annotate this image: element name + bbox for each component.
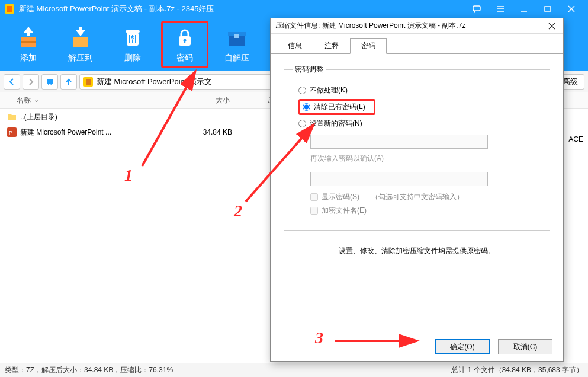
password-fieldset: 密码调整 不做处理(K) 清除已有密码(L) 设置新的密码(N) 再次输入密码以…: [284, 65, 550, 231]
confirm-hint: 再次输入密码以确认(A): [310, 154, 541, 164]
status-left: 类型：7Z，解压后大小：34.84 KB，压缩比：76.31%: [5, 365, 451, 375]
status-bar: 类型：7Z，解压后大小：34.84 KB，压缩比：76.31% 总计 1 个文件…: [0, 363, 588, 377]
password-button[interactable]: 密码: [161, 21, 208, 68]
minimize-button[interactable]: [512, 0, 536, 18]
titlebar: 新建 Microsoft PowerPoint 演示文稿 - 副本.7z - 2…: [0, 0, 588, 18]
svg-rect-21: [234, 34, 239, 38]
radio-noop-input[interactable]: [298, 87, 306, 94]
archive-icon: [83, 77, 93, 87]
lock-icon: [173, 25, 197, 49]
radio-set-input[interactable]: [298, 120, 306, 127]
svg-rect-22: [47, 79, 53, 84]
window-title: 新建 Microsoft PowerPoint 演示文稿 - 副本.7z - 2…: [19, 4, 465, 14]
radio-noop[interactable]: 不做处理(K): [298, 85, 541, 95]
pptx-icon: P: [7, 127, 17, 137]
col-size[interactable]: 大小: [182, 95, 242, 106]
radio-clear-label: 清除已有密码(L): [314, 102, 365, 112]
dialog-close-button[interactable]: [545, 20, 558, 33]
radio-clear-input[interactable]: [303, 103, 310, 111]
fieldset-legend: 密码调整: [293, 65, 326, 75]
svg-rect-7: [545, 7, 551, 11]
box-icon: [225, 25, 249, 49]
show-password-check[interactable]: 显示密码(S) （勾选可支持中文密码输入）: [310, 192, 541, 202]
svg-text:P: P: [9, 130, 12, 136]
svg-rect-24: [86, 79, 91, 85]
show-password-input[interactable]: [310, 193, 318, 201]
cancel-button[interactable]: 取消(C): [498, 339, 552, 354]
annotation-2: 2: [234, 202, 242, 221]
password-notice: 设置、修改、清除加密压缩文件均需提供原密码。: [284, 246, 550, 256]
svg-rect-18: [184, 40, 185, 43]
address-text: 新建 Microsoft PowerPoint 演示文: [97, 76, 212, 87]
dialog-body: 密码调整 不做处理(K) 清除已有密码(L) 设置新的密码(N) 再次输入密码以…: [271, 54, 563, 333]
col-name[interactable]: 名称: [17, 95, 182, 106]
tab-info[interactable]: 信息: [277, 38, 313, 54]
radio-clear-highlight: 清除已有密码(L): [298, 99, 375, 115]
menu-icon[interactable]: [489, 0, 512, 18]
folder-icon: [7, 112, 17, 122]
forward-button[interactable]: [23, 74, 39, 90]
encrypt-names-input[interactable]: [310, 207, 318, 215]
password-input[interactable]: [310, 135, 488, 149]
svg-rect-2: [473, 6, 480, 11]
selfextract-button[interactable]: 自解压: [213, 21, 261, 68]
dialog-titlebar: 压缩文件信息: 新建 Microsoft PowerPoint 演示文稿 - 副…: [271, 18, 563, 34]
svg-rect-14: [126, 30, 140, 33]
delete-button[interactable]: 删除: [109, 21, 156, 68]
close-button[interactable]: [560, 0, 583, 18]
annotation-1: 1: [124, 166, 133, 185]
encrypt-names-check[interactable]: 加密文件名(E): [310, 206, 541, 216]
maximize-button[interactable]: [536, 0, 560, 18]
add-button[interactable]: 添加: [5, 21, 52, 68]
chevron-down-icon: [34, 98, 39, 103]
back-button[interactable]: [4, 74, 20, 90]
dialog-title: 压缩文件信息: 新建 Microsoft PowerPoint 演示文稿 - 副…: [275, 21, 545, 31]
app-icon: [5, 4, 14, 14]
crc-fragment: ACE: [568, 135, 583, 143]
add-icon: [17, 25, 40, 49]
tab-comment[interactable]: 注释: [313, 38, 350, 54]
extract-icon: [69, 25, 92, 49]
tab-password[interactable]: 密码: [350, 38, 387, 54]
extract-button[interactable]: 解压到: [57, 21, 104, 68]
password-dialog: 压缩文件信息: 新建 Microsoft PowerPoint 演示文稿 - 副…: [270, 18, 564, 362]
svg-rect-11: [21, 41, 36, 43]
dialog-tabs: 信息 注释 密码: [271, 36, 563, 54]
ok-button[interactable]: 确定(O): [435, 339, 490, 354]
password-confirm-input[interactable]: [310, 172, 488, 186]
svg-rect-12: [73, 37, 88, 47]
svg-rect-1: [7, 6, 12, 12]
password-group: 再次输入密码以确认(A) 显示密码(S) （勾选可支持中文密码输入） 加密文件名…: [310, 132, 541, 216]
delete-icon: [121, 25, 144, 49]
radio-set[interactable]: 设置新的密码(N): [298, 119, 541, 129]
annotation-3: 3: [315, 328, 323, 347]
feedback-icon[interactable]: [465, 0, 489, 18]
up-button[interactable]: [60, 74, 77, 90]
open-history-button[interactable]: [41, 74, 58, 90]
status-right: 总计 1 个文件（34.84 KB，35,683 字节）: [451, 365, 583, 375]
